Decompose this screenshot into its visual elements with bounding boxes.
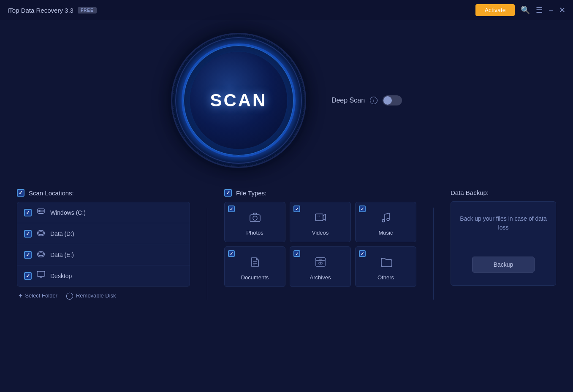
file-type-photos[interactable]: Photos <box>224 202 285 242</box>
file-type-checkbox-documents[interactable] <box>228 250 235 257</box>
location-item-data-d[interactable]: Data (D:) <box>17 223 190 244</box>
file-type-others[interactable]: Others <box>355 246 416 287</box>
title-right: Activate 🔍 ☰ − ✕ <box>475 4 565 16</box>
title-left: iTop Data Recovery 3.3 FREE <box>8 7 97 14</box>
location-name-data-e: Data (E:) <box>50 251 74 258</box>
scan-middle-ring: SCAN <box>182 43 296 157</box>
location-checkbox-desktop[interactable] <box>24 272 32 280</box>
drive-c-icon <box>37 207 45 218</box>
free-badge: FREE <box>78 7 97 14</box>
location-name-windows: Windows (C:) <box>50 209 86 216</box>
removable-disk-icon: ◯ <box>66 292 73 300</box>
file-type-checkbox-music[interactable] <box>359 205 366 212</box>
deep-scan-toggle[interactable] <box>383 95 402 105</box>
svg-rect-17 <box>315 214 323 221</box>
select-folder-label: Select Folder <box>25 292 57 299</box>
scan-outer-ring: SCAN <box>171 33 306 168</box>
file-type-name-others: Others <box>377 274 394 281</box>
file-type-checkbox-others[interactable] <box>359 250 366 257</box>
file-type-music[interactable]: Music <box>355 202 416 242</box>
svg-point-2 <box>39 211 40 211</box>
app-title: iTop Data Recovery 3.3 <box>8 7 73 14</box>
scan-locations-panel: Scan Locations: Windows (C:) Data (D:) <box>17 189 198 300</box>
backup-button[interactable]: Backup <box>472 257 535 273</box>
video-icon <box>315 211 326 226</box>
search-icon[interactable]: 🔍 <box>521 5 530 15</box>
scan-button[interactable]: SCAN <box>190 52 287 149</box>
file-type-name-music: Music <box>379 230 393 236</box>
svg-line-22 <box>385 213 389 214</box>
deep-scan-info-icon[interactable]: i <box>370 97 377 104</box>
music-icon <box>380 211 392 226</box>
file-types-checkbox[interactable] <box>224 189 232 197</box>
scan-area: SCAN Deep Scan i <box>171 33 402 168</box>
file-type-checkbox-archives[interactable] <box>293 250 300 257</box>
data-backup-header: Data Backup: <box>451 189 556 196</box>
location-name-desktop: Desktop <box>50 273 72 279</box>
main-content: SCAN Deep Scan i Scan Locations: <box>0 20 573 300</box>
deep-scan-area: Deep Scan i <box>331 95 402 105</box>
location-item-desktop[interactable]: Desktop <box>17 265 190 286</box>
menu-icon[interactable]: ☰ <box>536 5 543 15</box>
select-folder-link[interactable]: + Select Folder <box>19 292 57 300</box>
svg-point-16 <box>253 216 257 220</box>
close-icon[interactable]: ✕ <box>559 5 565 15</box>
data-backup-title: Data Backup: <box>451 189 489 196</box>
select-folder-icon: + <box>19 292 22 300</box>
scan-locations-checkbox[interactable] <box>17 189 24 197</box>
scan-locations-header: Scan Locations: <box>17 189 190 197</box>
activate-button[interactable]: Activate <box>475 4 515 16</box>
title-bar: iTop Data Recovery 3.3 FREE Activate 🔍 ☰… <box>0 0 573 20</box>
scan-label: SCAN <box>210 90 267 111</box>
minimize-icon[interactable]: − <box>549 6 553 15</box>
file-type-name-photos: Photos <box>246 230 263 236</box>
scan-locations-title: Scan Locations: <box>29 189 74 197</box>
location-checkbox-data-d[interactable] <box>24 230 32 238</box>
location-checkbox-windows[interactable] <box>24 209 32 216</box>
svg-rect-12 <box>37 271 45 276</box>
scan-button-container: SCAN <box>171 33 306 168</box>
file-types-grid: Photos Videos Music <box>224 202 416 287</box>
file-types-title: File Types: <box>236 189 266 197</box>
bottom-panels: Scan Locations: Windows (C:) Data (D:) <box>0 189 573 300</box>
toggle-knob <box>383 96 392 105</box>
file-types-header: File Types: <box>224 189 416 197</box>
file-type-checkbox-videos[interactable] <box>293 205 300 212</box>
svg-marker-18 <box>323 214 326 220</box>
file-type-name-archives: Archives <box>310 274 331 281</box>
file-type-documents[interactable]: Documents <box>224 246 285 287</box>
drive-d-icon <box>37 228 45 239</box>
location-item-data-e[interactable]: Data (E:) <box>17 244 190 265</box>
removable-disk-label: Removable Disk <box>76 292 116 299</box>
backup-description: Back up your files in case of data loss <box>459 214 547 232</box>
location-checkbox-data-e[interactable] <box>24 251 32 259</box>
document-icon <box>249 256 261 271</box>
removable-disk-link[interactable]: ◯ Removable Disk <box>66 292 116 300</box>
archive-icon <box>315 256 326 271</box>
folder-icon <box>380 256 392 271</box>
location-name-data-d: Data (D:) <box>50 230 74 237</box>
backup-card: Back up your files in case of data loss … <box>451 201 556 286</box>
drive-e-icon <box>37 249 45 260</box>
file-type-checkbox-photos[interactable] <box>228 205 235 212</box>
camera-icon <box>249 211 261 226</box>
data-backup-panel: Data Backup: Back up your files in case … <box>442 189 556 286</box>
deep-scan-label: Deep Scan <box>331 97 365 104</box>
panel-divider-1 <box>207 208 207 300</box>
file-type-videos[interactable]: Videos <box>290 202 351 242</box>
file-type-name-videos: Videos <box>312 230 329 236</box>
file-type-archives[interactable]: Archives <box>290 246 351 287</box>
desktop-icon <box>37 270 45 281</box>
deep-scan-row: Deep Scan i <box>331 95 402 105</box>
file-types-panel: File Types: Photos Videos <box>216 189 425 287</box>
locations-list: Windows (C:) Data (D:) Data (E:) <box>17 202 190 287</box>
panel-divider-2 <box>433 208 434 300</box>
location-item-windows[interactable]: Windows (C:) <box>17 202 190 223</box>
locations-footer: + Select Folder ◯ Removable Disk <box>17 287 190 300</box>
file-type-name-documents: Documents <box>241 274 269 281</box>
